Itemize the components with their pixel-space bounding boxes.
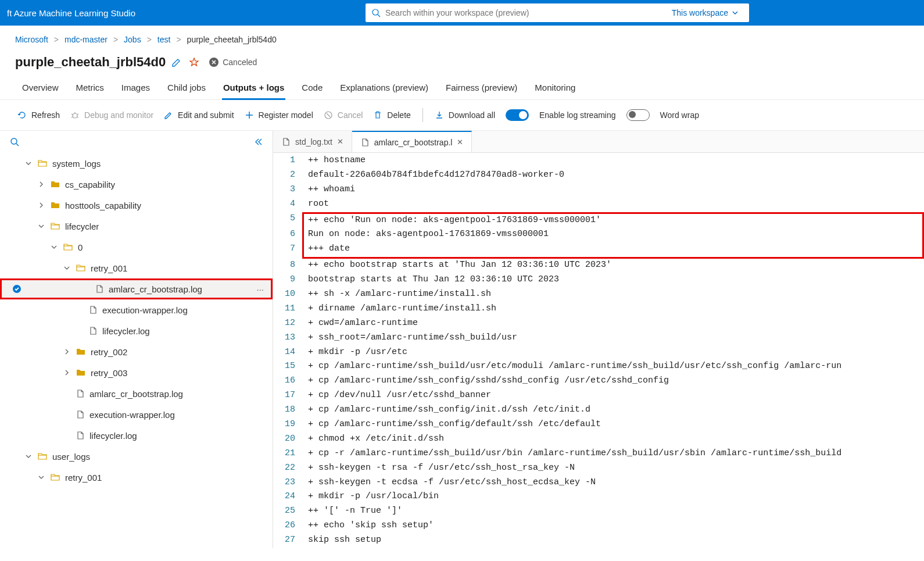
code-line: + ssh_root=/amlarc-runtime/ssh_build/usr	[302, 331, 924, 346]
word-wrap-toggle[interactable]	[626, 109, 650, 121]
folder-icon	[76, 367, 86, 378]
code-line: + cp /amlarc-runtime/ssh_build/usr/etc/m…	[302, 360, 924, 374]
edit-icon[interactable]	[171, 57, 182, 67]
tree-file[interactable]: execution-wrapper.log	[0, 404, 273, 425]
tree-file[interactable]: lifecycler.log	[0, 425, 273, 446]
editor-tab[interactable]: amlarc_cr_bootstrap.l✕	[352, 131, 472, 152]
pencil-icon	[164, 110, 173, 120]
tree-file[interactable]: lifecycler.log	[0, 320, 273, 341]
code-line: + cp /dev/null /usr/etc/sshd_banner	[302, 389, 924, 403]
code-line: ++ echo 'Run on node: aks-agentpool-1763…	[302, 212, 924, 228]
chevron-down-icon[interactable]	[37, 474, 45, 481]
folder-icon	[50, 472, 60, 483]
line-number: 6	[273, 228, 302, 242]
tree-folder[interactable]: retry_001	[0, 467, 273, 488]
code-line: bootstrap starts at Thu Jan 12 03:36:10 …	[302, 273, 924, 288]
collapse-icon[interactable]	[253, 137, 263, 147]
tree-file[interactable]: amlarc_cr_bootstrap.log	[0, 383, 273, 404]
close-icon[interactable]: ✕	[457, 138, 463, 146]
edit-submit-button[interactable]: Edit and submit	[164, 110, 234, 120]
trash-icon	[373, 110, 382, 120]
close-icon[interactable]: ✕	[337, 137, 343, 146]
svg-point-3	[73, 113, 77, 118]
breadcrumb-link[interactable]: mdc-master	[65, 35, 108, 44]
file-icon	[76, 410, 85, 419]
line-number: 26	[273, 519, 302, 534]
chevron-down-icon[interactable]	[63, 265, 71, 271]
tree-folder[interactable]: retry_001	[0, 258, 273, 278]
tab-child-jobs[interactable]: Child jobs	[166, 77, 207, 99]
tab-metrics[interactable]: Metrics	[75, 77, 105, 99]
search-input[interactable]	[385, 8, 666, 17]
code-line: ++ hostname	[302, 154, 924, 169]
tab-monitoring[interactable]: Monitoring	[533, 77, 576, 99]
line-number: 3	[273, 183, 302, 198]
file-icon	[360, 138, 370, 147]
tab-explanations-preview-[interactable]: Explanations (preview)	[339, 77, 429, 99]
chevron-down-icon[interactable]	[37, 223, 45, 230]
tree-folder[interactable]: hosttools_capability	[0, 195, 273, 216]
register-model-button[interactable]: Register model	[245, 110, 313, 120]
refresh-button[interactable]: Refresh	[17, 110, 60, 120]
tree-file[interactable]: amlarc_cr_bootstrap.log···	[0, 278, 273, 299]
file-icon	[88, 305, 98, 315]
tree-folder[interactable]: lifecycler	[0, 216, 273, 237]
code-line: + dirname /amlarc-runtime/install.sh	[302, 302, 924, 317]
tree-folder[interactable]: system_logs	[0, 153, 273, 174]
breadcrumb-link[interactable]: test	[157, 35, 171, 44]
star-icon[interactable]	[189, 57, 199, 67]
tree-item-label: user_logs	[52, 452, 266, 462]
chevron-down-icon[interactable]	[24, 160, 33, 167]
tab-images[interactable]: Images	[120, 77, 151, 99]
breadcrumb-link[interactable]: Microsoft	[15, 35, 48, 44]
search-scope[interactable]: This workspace	[666, 8, 743, 17]
cancel-icon	[324, 110, 333, 120]
tree-header	[0, 131, 273, 153]
chevron-right-icon[interactable]	[63, 348, 71, 355]
folder-icon	[50, 179, 60, 190]
tree-folder[interactable]: user_logs	[0, 446, 273, 467]
code-line: + cwd=/amlarc-runtime	[302, 317, 924, 331]
tree-folder[interactable]: retry_002	[0, 341, 273, 362]
log-streaming-toggle[interactable]	[506, 109, 529, 121]
tab-outputs-logs[interactable]: Outputs + logs	[222, 77, 285, 99]
line-number: 14	[273, 346, 302, 360]
delete-button[interactable]: Delete	[373, 110, 410, 120]
breadcrumb-current: purple_cheetah_jrbl54d0	[187, 35, 277, 44]
search-box[interactable]: This workspace	[366, 3, 749, 22]
code-viewer: 1++ hostname2default-226a604b784f1bdefc4…	[273, 153, 924, 548]
tree-item-label: hosttools_capability	[65, 201, 266, 210]
code-line: default-226a604b784f1bdefc4d127d78470ad8…	[302, 169, 924, 183]
tree-folder[interactable]: 0	[0, 237, 273, 258]
file-icon	[95, 284, 104, 294]
tree-folder[interactable]: cs_capability	[0, 174, 273, 195]
code-line: Run on node: aks-agentpool-17631869-vmss…	[302, 228, 924, 242]
breadcrumb-link[interactable]: Jobs	[124, 35, 141, 44]
svg-point-0	[373, 9, 378, 15]
editor-tab[interactable]: std_log.txt✕	[273, 131, 352, 152]
line-number: 8	[273, 259, 302, 273]
toolbar-separator	[422, 108, 423, 122]
editor-tabs: std_log.txt✕amlarc_cr_bootstrap.l✕	[273, 131, 924, 153]
tree-item-label: amlarc_cr_bootstrap.log	[89, 389, 266, 399]
file-tree: system_logscs_capabilityhosttools_capabi…	[0, 153, 273, 548]
line-number: 15	[273, 360, 302, 374]
line-number: 24	[273, 490, 302, 505]
tree-item-label: cs_capability	[65, 180, 266, 190]
chevron-right-icon[interactable]	[37, 202, 45, 209]
top-bar: ft Azure Machine Learning Studio This wo…	[0, 0, 924, 26]
code-line: ++ whoami	[302, 183, 924, 198]
refresh-icon	[17, 110, 27, 120]
tree-folder[interactable]: retry_003	[0, 362, 273, 383]
more-icon[interactable]: ···	[256, 284, 264, 294]
chevron-right-icon[interactable]	[63, 369, 71, 376]
tab-fairness-preview-[interactable]: Fairness (preview)	[445, 77, 518, 99]
tab-code[interactable]: Code	[300, 77, 324, 99]
chevron-right-icon[interactable]	[37, 181, 45, 188]
download-all-button[interactable]: Download all	[435, 110, 495, 120]
tree-file[interactable]: execution-wrapper.log	[0, 299, 273, 320]
search-icon[interactable]	[9, 137, 20, 147]
chevron-down-icon[interactable]	[50, 244, 58, 251]
tab-overview[interactable]: Overview	[21, 77, 60, 99]
chevron-down-icon[interactable]	[24, 453, 33, 460]
